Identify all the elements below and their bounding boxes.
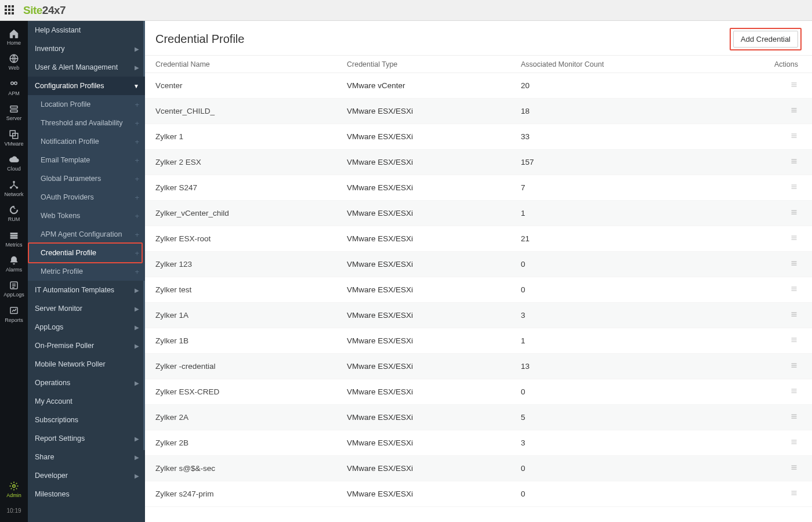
table-row[interactable]: Zylker ESX-rootVMware ESX/ESXi21	[145, 226, 812, 252]
brand-logo: Site24x7	[23, 4, 66, 17]
sidebar-item-notification-profile[interactable]: Notification Profile+	[28, 132, 145, 151]
table-row[interactable]: Zylker 123VMware ESX/ESXi0	[145, 252, 812, 277]
table-row[interactable]: Vcenter_CHILD_VMware ESX/ESXi18	[145, 99, 812, 124]
sidebar-item-label: Web Tokens	[41, 212, 80, 220]
table-row[interactable]: Zylker ESX-CREDVMware ESX/ESXi0	[145, 379, 812, 405]
add-icon[interactable]: +	[135, 137, 139, 146]
table-row[interactable]: Zylker 2AVMware ESX/ESXi5	[145, 405, 812, 430]
table-row[interactable]: Zylker testVMware ESX/ESXi0	[145, 277, 812, 303]
row-actions-icon[interactable]	[744, 387, 802, 396]
sidebar-item-threshold-and-availability[interactable]: Threshold and Availability+	[28, 114, 145, 132]
apps-launcher-icon[interactable]	[5, 5, 15, 16]
icon-rail: HomeWebAPMServerVMwareCloudNetworkRUMMet…	[0, 21, 28, 522]
rail-item-apm[interactable]: APM	[0, 75, 28, 100]
add-icon[interactable]: +	[135, 100, 139, 109]
row-actions-icon[interactable]	[744, 285, 802, 294]
row-actions-icon[interactable]	[744, 311, 802, 320]
row-actions-icon[interactable]	[744, 438, 802, 447]
cell-credential-name: Vcenter_CHILD_	[155, 107, 347, 115]
add-icon[interactable]: +	[135, 193, 139, 202]
add-icon[interactable]: +	[135, 156, 139, 165]
rail-item-metrics[interactable]: Metrics	[0, 226, 28, 251]
table-row[interactable]: Zylker 1BVMware ESX/ESXi1	[145, 328, 812, 354]
sidebar-item-oauth-providers[interactable]: OAuth Providers+	[28, 188, 145, 206]
sidebar-item-label: Operations	[35, 379, 70, 387]
sidebar-item-email-template[interactable]: Email Template+	[28, 151, 145, 169]
row-actions-icon[interactable]	[744, 490, 802, 498]
sidebar-item-help-assistant[interactable]: Help Assistant	[28, 21, 145, 39]
row-actions-icon[interactable]	[744, 183, 802, 192]
rail-item-label: AppLogs	[3, 292, 24, 298]
sidebar-item-configuration-profiles[interactable]: Configuration Profiles▼	[28, 77, 145, 95]
sidebar-item-developer[interactable]: Developer▶	[28, 466, 145, 485]
row-actions-icon[interactable]	[744, 336, 802, 345]
rail-item-network[interactable]: Network	[0, 176, 28, 201]
sidebar-item-it-automation-templates[interactable]: IT Automation Templates▶	[28, 281, 145, 299]
table-row[interactable]: Zylker S247VMware ESX/ESXi7	[145, 175, 812, 201]
row-actions-icon[interactable]	[744, 362, 802, 371]
sidebar-item-server-monitor[interactable]: Server Monitor▶	[28, 299, 145, 318]
sidebar-item-global-parameters[interactable]: Global Parameters+	[28, 169, 145, 188]
sidebar-item-milestones[interactable]: Milestones	[28, 485, 145, 503]
sidebar-item-report-settings[interactable]: Report Settings▶	[28, 429, 145, 448]
row-actions-icon[interactable]	[744, 209, 802, 217]
rail-item-server[interactable]: Server	[0, 100, 28, 125]
rail-item-home[interactable]: Home	[0, 24, 28, 49]
table-row[interactable]: Zylker_vCenter_childVMware ESX/ESXi1	[145, 201, 812, 226]
row-actions-icon[interactable]	[744, 260, 802, 269]
rail-item-rum[interactable]: RUM	[0, 201, 28, 226]
sidebar-item-location-profile[interactable]: Location Profile+	[28, 95, 145, 114]
rail-item-admin[interactable]: Admin	[0, 477, 28, 502]
row-actions-icon[interactable]	[744, 107, 802, 115]
sidebar-item-applogs[interactable]: AppLogs▶	[28, 318, 145, 336]
cell-credential-name: Zylker s@$&-sec	[155, 464, 347, 473]
rail-item-web[interactable]: Web	[0, 49, 28, 74]
row-actions-icon[interactable]	[744, 132, 802, 141]
cell-monitor-count: 5	[521, 413, 744, 422]
row-actions-icon[interactable]	[744, 464, 802, 473]
row-actions-icon[interactable]	[744, 81, 802, 90]
rail-item-cloud[interactable]: Cloud	[0, 150, 28, 175]
table-row[interactable]: Zylker 1VMware ESX/ESXi33	[145, 124, 812, 150]
sidebar-item-on-premise-poller[interactable]: On-Premise Poller▶	[28, 336, 145, 355]
table-row[interactable]: VcenterVMware vCenter20	[145, 73, 812, 99]
sidebar-item-label: My Account	[35, 397, 72, 405]
chevron-right-icon: ▶	[135, 324, 139, 331]
table-row[interactable]: Zylker s247-primVMware ESX/ESXi0	[145, 481, 812, 507]
rail-item-alarms[interactable]: Alarms	[0, 251, 28, 276]
add-icon[interactable]: +	[135, 230, 139, 239]
add-credential-button[interactable]: Add Credential	[733, 31, 798, 48]
sidebar-item-inventory[interactable]: Inventory▶	[28, 39, 145, 58]
sidebar-item-web-tokens[interactable]: Web Tokens+	[28, 206, 145, 225]
rail-item-applogs[interactable]: AppLogs	[0, 276, 28, 301]
sidebar-item-mobile-network-poller[interactable]: Mobile Network Poller	[28, 355, 145, 374]
cell-monitor-count: 13	[521, 362, 744, 371]
sidebar-item-user-alert-management[interactable]: User & Alert Management▶	[28, 58, 145, 77]
cell-credential-name: Zylker 123	[155, 260, 347, 269]
sidebar-item-metric-profile[interactable]: Metric Profile+	[28, 262, 145, 281]
sidebar-item-label: Help Assistant	[35, 26, 81, 34]
table-row[interactable]: Zylker s@$&-secVMware ESX/ESXi0	[145, 456, 812, 481]
table-row[interactable]: Zylker -credentialVMware ESX/ESXi13	[145, 354, 812, 379]
table-row[interactable]: Zylker 2 ESXVMware ESX/ESXi157	[145, 150, 812, 175]
row-actions-icon[interactable]	[744, 158, 802, 166]
sidebar-item-credential-profile[interactable]: Credential Profile+	[28, 244, 145, 262]
sidebar-item-apm-agent-configuration[interactable]: APM Agent Configuration+	[28, 225, 145, 244]
sidebar-item-label: Developer	[35, 472, 68, 480]
sidebar-item-operations[interactable]: Operations▶	[28, 374, 145, 392]
table-row[interactable]: Zylker 1AVMware ESX/ESXi3	[145, 303, 812, 328]
add-icon[interactable]: +	[135, 249, 139, 258]
add-icon[interactable]: +	[135, 212, 139, 220]
add-icon[interactable]: +	[135, 119, 139, 128]
sidebar-item-subscriptions[interactable]: Subscriptions	[28, 411, 145, 429]
add-icon[interactable]: +	[135, 175, 139, 183]
rail-item-reports[interactable]: Reports	[0, 302, 28, 327]
table-row[interactable]: Zylker 2BVMware ESX/ESXi3	[145, 430, 812, 456]
rail-item-vmware[interactable]: VMware	[0, 125, 28, 150]
add-icon[interactable]: +	[135, 267, 139, 276]
row-actions-icon[interactable]	[744, 413, 802, 422]
sidebar-item-share[interactable]: Share▶	[28, 448, 145, 466]
sidebar-item-my-account[interactable]: My Account	[28, 392, 145, 411]
sidebar-item-label: Milestones	[35, 490, 70, 498]
row-actions-icon[interactable]	[744, 234, 802, 243]
